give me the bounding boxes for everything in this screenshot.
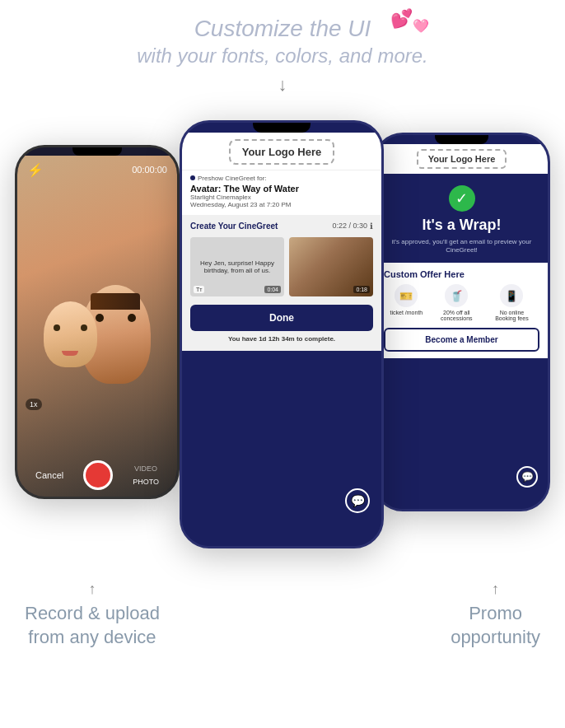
mode-photo-label[interactable]: PHOTO bbox=[133, 478, 159, 486]
preshow-dot bbox=[190, 175, 195, 180]
header-section: 💕 🩷 Customize the UI with your fonts, co… bbox=[0, 0, 565, 96]
chat-icon-right: 💬 bbox=[521, 471, 534, 483]
cancel-label[interactable]: Cancel bbox=[35, 470, 63, 480]
chat-fab-mid[interactable]: 💬 bbox=[345, 488, 370, 513]
arrow-down-icon: ↓ bbox=[0, 74, 565, 96]
preshow-text: Preshow CineGreet for: bbox=[198, 175, 267, 182]
booking-label: No online Booking fees bbox=[495, 310, 528, 321]
notch-mid bbox=[253, 123, 311, 133]
timer-prefix: You have bbox=[228, 335, 259, 343]
child-face bbox=[44, 301, 97, 367]
child-eye-right bbox=[81, 324, 87, 331]
camera-top-bar: ⚡ 00:00:00 bbox=[17, 156, 177, 184]
face-group bbox=[44, 268, 151, 400]
right-logo-box: Your Logo Here bbox=[417, 149, 507, 169]
check-circle: ✓ bbox=[449, 185, 475, 212]
timer-suffix: to complete. bbox=[295, 335, 335, 343]
notch-left bbox=[72, 147, 122, 156]
arrow-up-left: ↑ bbox=[25, 580, 160, 599]
chat-icon-mid: 💬 bbox=[351, 494, 365, 507]
bottom-label-left: ↑ Record & upload from any device bbox=[25, 580, 160, 650]
clip-text-content: Hey Jen, surprise! Happy birthday, from … bbox=[195, 259, 279, 274]
offer-title: Custom Offer Here bbox=[384, 269, 539, 279]
bottom-right-line1: Promo bbox=[469, 603, 522, 623]
father-eye-left bbox=[96, 314, 104, 322]
right-header: Your Logo Here bbox=[376, 144, 548, 174]
create-clips: Hey Jen, surprise! Happy birthday, from … bbox=[190, 237, 373, 296]
create-header: Create Your CineGreet 0:22 / 0:30 ℹ bbox=[190, 222, 373, 231]
offer-item-booking: 📱 No online Booking fees bbox=[490, 284, 533, 321]
clip-text-box: Hey Jen, surprise! Happy birthday, from … bbox=[190, 237, 284, 296]
phone-mid: Your Logo Here Preshow CineGreet for: Av… bbox=[180, 120, 384, 548]
right-footer: 💬 bbox=[376, 460, 548, 509]
preshow-label: Preshow CineGreet for: bbox=[190, 175, 373, 182]
camera-bottom-controls: Cancel VIDEO PHOTO bbox=[17, 460, 177, 490]
clip-video-box: 0:18 bbox=[289, 237, 373, 296]
bottom-label-right: ↑ Promo opportunity bbox=[451, 580, 540, 650]
ticket-label: ticket /month bbox=[390, 310, 423, 315]
child-mouth bbox=[62, 351, 78, 356]
phone-right: Your Logo Here ✓ It's a Wrap! it's appro… bbox=[373, 133, 550, 511]
clip-text-duration: 0:04 bbox=[264, 286, 281, 293]
mid-logo-box: Your Logo Here bbox=[229, 139, 335, 165]
info-icon: ℹ bbox=[370, 222, 373, 231]
wrap-desc: it's approved, you'll get an email to pr… bbox=[384, 238, 539, 255]
mid-create-section: Create Your CineGreet 0:22 / 0:30 ℹ Hey … bbox=[182, 215, 381, 351]
camera-faces bbox=[17, 201, 177, 468]
father-hair bbox=[91, 293, 140, 310]
concessions-icon: 🥤 bbox=[445, 284, 468, 307]
header-line1: Customize the UI bbox=[0, 15, 565, 43]
phone-left: ⚡ 00:00:00 bbox=[15, 145, 180, 499]
done-button[interactable]: Done bbox=[190, 305, 373, 331]
become-member-button[interactable]: Become a Member bbox=[384, 328, 539, 352]
movie-title: Avatar: The Way of Water bbox=[190, 184, 373, 194]
clip-text-bar: Tт bbox=[194, 286, 204, 293]
header-line2: with your fonts, colors, and more. bbox=[0, 44, 565, 68]
flash-icon: ⚡ bbox=[27, 162, 44, 178]
father-eye-right bbox=[128, 314, 136, 322]
mid-movie-info: Preshow CineGreet for: Avatar: The Way o… bbox=[182, 170, 381, 215]
concessions-label: 20% off all concessions bbox=[441, 310, 473, 321]
offer-item-concessions: 🥤 20% off all concessions bbox=[435, 284, 478, 321]
record-button[interactable] bbox=[83, 460, 113, 490]
create-title-prefix: Create Your bbox=[190, 222, 239, 231]
chat-fab-right[interactable]: 💬 bbox=[516, 466, 538, 488]
cinegreet-brand: CineGreet bbox=[239, 222, 278, 231]
heart-icon-1: 💕 bbox=[390, 8, 413, 30]
bottom-labels: ↑ Record & upload from any device ↑ Prom… bbox=[0, 565, 565, 650]
ticket-icon: 🎫 bbox=[395, 284, 418, 307]
offer-item-ticket: 🎫 ticket /month bbox=[390, 284, 423, 321]
timer-note: You have 1d 12h 34m to complete. bbox=[190, 335, 373, 343]
speed-badge: 1x bbox=[26, 399, 42, 410]
progress-text: 0:22 / 0:30 ℹ bbox=[332, 222, 373, 231]
mid-footer: 💬 bbox=[182, 480, 381, 546]
right-wrap-section: ✓ It's a Wrap! it's approved, you'll get… bbox=[376, 174, 548, 264]
bottom-right-line2: opportunity bbox=[451, 627, 540, 647]
mode-video-label[interactable]: VIDEO bbox=[134, 464, 157, 473]
text-icon: Tт bbox=[196, 287, 202, 292]
arrow-up-right: ↑ bbox=[451, 580, 540, 599]
phones-container: ⚡ 00:00:00 bbox=[0, 104, 565, 565]
check-icon: ✓ bbox=[455, 189, 468, 208]
offer-icons: 🎫 ticket /month 🥤 20% off all concession… bbox=[384, 284, 539, 321]
progress-value: 0:22 / 0:30 bbox=[332, 222, 367, 230]
bottom-left-line2: from any device bbox=[28, 627, 156, 647]
notch-right bbox=[435, 135, 488, 144]
camera-background: ⚡ 00:00:00 bbox=[17, 156, 177, 499]
create-title: Create Your CineGreet bbox=[190, 222, 278, 231]
child-eye-left bbox=[54, 324, 60, 331]
mode-switch: VIDEO PHOTO bbox=[133, 464, 159, 486]
wrap-title: It's a Wrap! bbox=[384, 217, 539, 234]
movie-venue: Starlight Cinemaplex bbox=[190, 194, 373, 201]
timer-highlight: 1d 12h 34m bbox=[259, 335, 295, 343]
mid-header: Your Logo Here bbox=[182, 133, 381, 170]
booking-icon: 📱 bbox=[500, 284, 523, 307]
right-offer-section: Custom Offer Here 🎫 ticket /month 🥤 20% … bbox=[376, 263, 548, 358]
heart-icon-2: 🩷 bbox=[413, 18, 429, 34]
clip-video-duration: 0:18 bbox=[353, 286, 370, 293]
bottom-left-line1: Record & upload bbox=[25, 603, 160, 623]
movie-date: Wednesday, August 23 at 7:20 PM bbox=[190, 201, 373, 208]
camera-timer: 00:00:00 bbox=[132, 165, 167, 175]
